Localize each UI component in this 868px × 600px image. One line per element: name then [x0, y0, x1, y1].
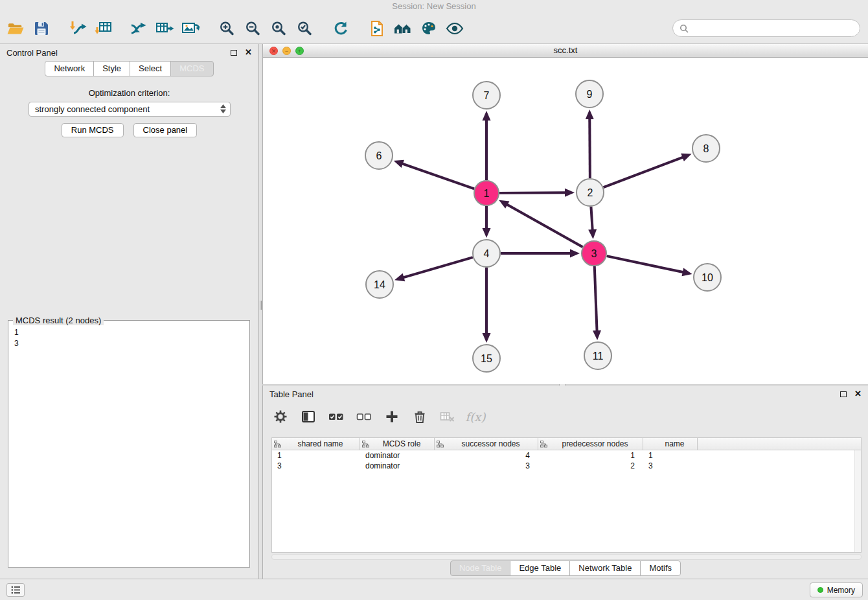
- tab-node-table[interactable]: Node Table: [450, 560, 511, 576]
- cell-name[interactable]: 3: [643, 461, 698, 471]
- select-all-button[interactable]: [328, 408, 345, 425]
- graph-node-7[interactable]: 7: [473, 82, 500, 109]
- first-neighbors-button[interactable]: [390, 16, 416, 41]
- table-row[interactable]: 1 dominator 4 1 1: [272, 450, 861, 461]
- add-column-button[interactable]: [383, 408, 400, 425]
- folder-open-icon: [6, 20, 25, 37]
- cell-predecessor-nodes[interactable]: 2: [538, 461, 643, 471]
- table-horizontal-scrollbar[interactable]: [271, 554, 862, 560]
- table-vertical-scrollbar[interactable]: [854, 450, 861, 552]
- tab-style[interactable]: Style: [93, 61, 130, 76]
- clone-network-button[interactable]: [364, 16, 390, 41]
- delete-column-button[interactable]: [411, 408, 428, 425]
- close-panel-button[interactable]: Close panel: [133, 123, 198, 137]
- graph-edge-4-14[interactable]: [402, 257, 473, 278]
- graph-edge-3-11[interactable]: [595, 266, 597, 332]
- apply-layout-button[interactable]: [328, 16, 354, 41]
- cell-mcds-role[interactable]: dominator: [360, 450, 435, 461]
- run-mcds-button[interactable]: Run MCDS: [62, 123, 124, 137]
- zoom-selected-button[interactable]: [291, 16, 317, 41]
- open-session-button[interactable]: [3, 16, 29, 41]
- graph-node-2[interactable]: 2: [577, 179, 604, 206]
- graph-edge-2-8[interactable]: [604, 157, 685, 187]
- tab-network[interactable]: Network: [45, 61, 94, 76]
- close-panel-icon[interactable]: ✕: [854, 391, 862, 397]
- column-header-name[interactable]: name: [643, 438, 698, 450]
- table-row[interactable]: 3 dominator 3 2 3: [272, 461, 861, 471]
- search-box[interactable]: [672, 19, 860, 37]
- tab-network-table[interactable]: Network Table: [569, 560, 641, 576]
- graph-node-label: 1: [484, 188, 490, 199]
- zoom-fit-button[interactable]: [266, 16, 291, 41]
- mcds-buttons-row: Run MCDS Close panel: [0, 123, 258, 137]
- show-graphics-details-button[interactable]: [442, 16, 468, 41]
- cell-successor-nodes[interactable]: 3: [435, 461, 538, 471]
- mcds-result-list[interactable]: 1 3: [10, 326, 247, 565]
- minimize-window-icon[interactable]: −: [282, 47, 291, 55]
- apply-style-button[interactable]: [416, 16, 442, 41]
- delete-table-icon: [440, 410, 455, 424]
- graph-node-8[interactable]: 8: [692, 135, 720, 162]
- graph-node-14[interactable]: 14: [366, 271, 393, 298]
- graph-node-11[interactable]: 11: [584, 342, 611, 369]
- column-type-icon: [540, 441, 547, 448]
- graph-edge-3-1[interactable]: [506, 204, 583, 248]
- cell-shared-name[interactable]: 1: [272, 450, 360, 461]
- splitter-grip[interactable]: [260, 301, 262, 310]
- criterion-select[interactable]: strongly connected component: [29, 102, 231, 117]
- cell-shared-name[interactable]: 3: [272, 461, 360, 471]
- graph-node-label: 4: [484, 248, 490, 259]
- graph-node-3[interactable]: 3: [582, 241, 606, 266]
- task-history-button[interactable]: [6, 583, 25, 597]
- export-image-button[interactable]: [177, 16, 203, 41]
- cell-name[interactable]: 1: [643, 450, 698, 461]
- graph-edge-1-6[interactable]: [401, 163, 474, 189]
- export-table-button[interactable]: [152, 16, 177, 41]
- column-header-successor-nodes[interactable]: successor nodes: [435, 438, 538, 450]
- tab-motifs[interactable]: Motifs: [640, 560, 681, 576]
- column-header-shared-name[interactable]: shared name: [272, 438, 360, 450]
- cell-mcds-role[interactable]: dominator: [360, 461, 435, 471]
- zoom-in-button[interactable]: [214, 16, 240, 41]
- import-network-button[interactable]: [65, 16, 91, 41]
- tab-edge-table[interactable]: Edge Table: [510, 560, 570, 576]
- zoom-out-button[interactable]: [240, 16, 266, 41]
- graph-edge-2-3[interactable]: [591, 207, 592, 231]
- table-options-button[interactable]: [272, 408, 289, 425]
- close-window-icon[interactable]: ✕: [269, 47, 278, 55]
- graph-node-1[interactable]: 1: [474, 181, 499, 205]
- search-input[interactable]: [692, 23, 853, 33]
- column-header-predecessor-nodes[interactable]: predecessor nodes: [538, 438, 643, 450]
- graph-node-6[interactable]: 6: [365, 142, 393, 169]
- tab-mcds[interactable]: MCDS: [170, 61, 213, 76]
- graph-node-15[interactable]: 15: [473, 345, 500, 372]
- gear-icon: [273, 410, 288, 424]
- cell-successor-nodes[interactable]: 4: [435, 450, 538, 461]
- graph-node-10[interactable]: 10: [694, 264, 721, 291]
- column-header-mcds-role[interactable]: MCDS role: [360, 438, 435, 450]
- show-columns-button[interactable]: [300, 408, 317, 425]
- import-table-button[interactable]: [91, 16, 117, 41]
- graph-edge-2-9[interactable]: [589, 117, 590, 178]
- float-panel-icon[interactable]: [840, 391, 847, 397]
- graph-node-label: 15: [481, 353, 492, 364]
- save-session-button[interactable]: [29, 16, 54, 41]
- cell-predecessor-nodes[interactable]: 1: [538, 450, 643, 461]
- column-label: shared name: [297, 439, 343, 448]
- graph-node-4[interactable]: 4: [473, 240, 500, 267]
- export-network-button[interactable]: [126, 16, 152, 41]
- memory-button[interactable]: Memory: [810, 583, 863, 597]
- float-panel-icon[interactable]: [231, 50, 237, 56]
- table-header-row: shared name MCDS role: [272, 438, 861, 450]
- network-view[interactable]: 7968124314101511: [263, 58, 868, 384]
- maximize-window-icon[interactable]: +: [295, 47, 304, 55]
- column-label: MCDS role: [383, 439, 421, 448]
- graph-edge-3-10[interactable]: [607, 256, 685, 272]
- graph-edge-1-2[interactable]: [499, 192, 567, 193]
- deselect-all-button[interactable]: [356, 408, 372, 425]
- tab-select[interactable]: Select: [130, 61, 171, 76]
- close-panel-icon[interactable]: ✕: [245, 49, 252, 56]
- network-canvas[interactable]: 7968124314101511: [263, 58, 868, 384]
- list-icon: [11, 586, 21, 594]
- graph-node-9[interactable]: 9: [576, 80, 603, 108]
